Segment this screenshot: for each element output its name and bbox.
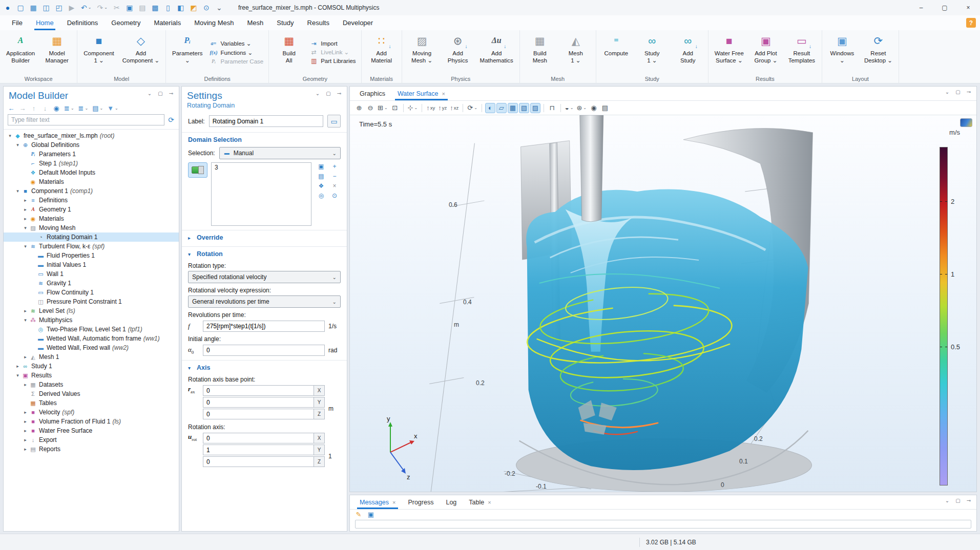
- tree-node[interactable]: ▬Wetted Wall, Automatic from frame(ww1): [4, 334, 179, 343]
- panel-pin-icon[interactable]: ⊸: [965, 90, 972, 95]
- panel-float-icon[interactable]: ▢: [325, 91, 332, 96]
- chevron-right-icon[interactable]: ▸: [22, 410, 29, 415]
- variables-button[interactable]: a=Variables ⌄: [210, 40, 263, 47]
- base-x-input[interactable]: [203, 385, 314, 396]
- view-yz-button[interactable]: ↑yz: [437, 103, 448, 113]
- revolutions-input[interactable]: [203, 321, 325, 332]
- parameters-button[interactable]: PᵢParameters⌄: [169, 30, 206, 74]
- zoom-selection-icon[interactable]: ⊙: [331, 192, 338, 199]
- tab-progress[interactable]: Progress: [402, 495, 439, 509]
- tree-node[interactable]: ◫Pressure Point Constraint 1: [4, 297, 179, 306]
- tree-node[interactable]: ▾■Component 1(comp1): [4, 186, 179, 196]
- scene-light-button[interactable]: ◐: [485, 103, 495, 113]
- paste-selection-icon[interactable]: ▤: [318, 172, 325, 180]
- menu-tab-materials[interactable]: Materials: [147, 15, 187, 30]
- material-color-button[interactable]: ▧: [519, 103, 529, 113]
- selection-colors-button[interactable]: ▨: [530, 103, 540, 113]
- tree-node[interactable]: ▬Wetted Wall, Fixed wall(ww2): [4, 343, 179, 352]
- close-button[interactable]: ×: [956, 0, 980, 15]
- panel-float-icon[interactable]: ▢: [954, 498, 962, 503]
- tab-graphics[interactable]: Graphics: [354, 87, 391, 100]
- select-region-icon[interactable]: ◧: [177, 4, 184, 11]
- snapshot-button[interactable]: ◉: [589, 103, 599, 113]
- tree-node[interactable]: ⌐Step 1(step1): [4, 159, 179, 168]
- find-icon[interactable]: ⊙: [203, 4, 210, 11]
- tree-node[interactable]: ≋Gravity 1: [4, 279, 179, 288]
- add-mathematics-button[interactable]: Δu↓AddMathematics: [476, 30, 517, 74]
- view-xz-button[interactable]: ↑xz: [449, 103, 460, 113]
- application-builder-button[interactable]: AApplicationBuilder: [3, 30, 38, 74]
- rename-button[interactable]: ▭: [327, 115, 341, 128]
- tab-messages[interactable]: Messages×: [354, 495, 401, 509]
- mesh-1-button[interactable]: ◭Mesh1 ⌄: [558, 30, 593, 74]
- chevron-right-icon[interactable]: ▸: [22, 354, 29, 359]
- tree-node[interactable]: PᵢParameters 1: [4, 150, 179, 159]
- base-z-input[interactable]: [203, 409, 314, 419]
- windows-button[interactable]: ▣Windows⌄: [825, 30, 860, 74]
- zoom-box-button[interactable]: ⊞⌄: [377, 103, 389, 113]
- open-in-window-icon[interactable]: ▣: [367, 511, 374, 518]
- build-mesh-button[interactable]: ▦BuildMesh: [523, 30, 557, 74]
- transparency-button[interactable]: ▱: [496, 103, 507, 113]
- part-libraries-button[interactable]: ▥Part Libraries: [310, 58, 356, 64]
- tab-water-surface[interactable]: Water Surface×: [392, 87, 451, 100]
- active-selection-icon[interactable]: ◎: [318, 192, 325, 199]
- tree-node[interactable]: ▸◭Mesh 1: [4, 352, 179, 362]
- parameter-case-button[interactable]: PᵢParameter Case: [210, 58, 263, 65]
- menu-tab-mesh[interactable]: Mesh: [240, 15, 270, 30]
- panel-float-icon[interactable]: ▢: [954, 90, 962, 95]
- model-tree-options-icon[interactable]: ▤⌄: [92, 105, 103, 112]
- chevron-right-icon[interactable]: ▸: [22, 382, 29, 387]
- axis-y-input[interactable]: [203, 445, 314, 455]
- chevron-right-icon[interactable]: ▸: [22, 207, 29, 212]
- axis-z-input[interactable]: [203, 456, 314, 467]
- active-toggle[interactable]: [188, 162, 207, 178]
- view-xy-button[interactable]: ↑xy: [425, 103, 436, 113]
- chevron-right-icon[interactable]: ▸: [22, 419, 29, 424]
- tree-node[interactable]: ▭Flow Continuity 1: [4, 288, 179, 297]
- undo-icon[interactable]: ↶⌄: [81, 4, 91, 11]
- move-down-icon[interactable]: ↓: [41, 105, 49, 112]
- close-tab-icon[interactable]: ×: [392, 499, 395, 505]
- help-button[interactable]: ?: [966, 18, 976, 28]
- tree-node[interactable]: ▸≋Level Set(ls): [4, 306, 179, 315]
- velocity-expression-dropdown[interactable]: General revolutions per time: [188, 295, 341, 308]
- tree-node[interactable]: ▸≡Definitions: [4, 196, 179, 205]
- tree-node[interactable]: ▭Wall 1: [4, 269, 179, 279]
- tree-node[interactable]: ▾⊕Global Definitions: [4, 140, 179, 150]
- menu-tab-definitions[interactable]: Definitions: [60, 15, 105, 30]
- tab-table[interactable]: Table×: [463, 495, 496, 509]
- save-as-icon[interactable]: ◰: [55, 4, 62, 11]
- tree-node[interactable]: ▬Initial Values 1: [4, 260, 179, 269]
- chevron-down-icon[interactable]: ▾: [14, 142, 21, 147]
- livelink-button[interactable]: ⇄LiveLink ⌄: [310, 49, 356, 56]
- zoom-extents-button[interactable]: ⊡: [390, 103, 400, 113]
- compute-button[interactable]: =Compute: [599, 30, 634, 74]
- mixer-3d-scene[interactable]: [350, 115, 976, 492]
- panel-float-icon[interactable]: ▢: [157, 91, 164, 96]
- go-back-icon[interactable]: ←: [8, 105, 15, 112]
- remove-selection-icon[interactable]: −: [331, 172, 338, 180]
- print-button[interactable]: ▤: [600, 103, 610, 113]
- clear-messages-icon[interactable]: ✎: [355, 511, 362, 518]
- redo-icon[interactable]: ↷⌄: [97, 4, 107, 11]
- tree-node[interactable]: ▾≋Turbulent Flow, k-ε(spf): [4, 242, 179, 251]
- section-override[interactable]: Override: [182, 230, 347, 242]
- panel-menu-icon[interactable]: ⌄: [314, 91, 321, 96]
- zoom-out-button[interactable]: ⊖: [365, 103, 376, 113]
- tree-node[interactable]: ▸◉Materials: [4, 214, 179, 223]
- panel-menu-icon[interactable]: ⌄: [944, 90, 951, 95]
- create-selection-icon[interactable]: ❖: [318, 182, 325, 189]
- chevron-right-icon[interactable]: ▸: [22, 308, 29, 313]
- refresh-icon[interactable]: ⟳: [168, 116, 175, 123]
- tree-node[interactable]: ▸AGeometry 1: [4, 205, 179, 214]
- selection-list-item[interactable]: 3: [215, 164, 308, 171]
- water-free-surface-button[interactable]: ■Water FreeSurface ⌄: [711, 30, 747, 74]
- tree-node[interactable]: ▾⁂Multiphysics: [4, 315, 179, 325]
- menu-tab-study[interactable]: Study: [270, 15, 300, 30]
- model-manager-button[interactable]: ▦ModelManager: [39, 30, 74, 74]
- tree-node[interactable]: ΣDerived Values: [4, 389, 179, 398]
- delete-icon[interactable]: ▯: [164, 4, 172, 11]
- clear-selection-icon[interactable]: ×: [331, 182, 338, 189]
- selection-dropdown[interactable]: ▬ Manual: [219, 147, 341, 159]
